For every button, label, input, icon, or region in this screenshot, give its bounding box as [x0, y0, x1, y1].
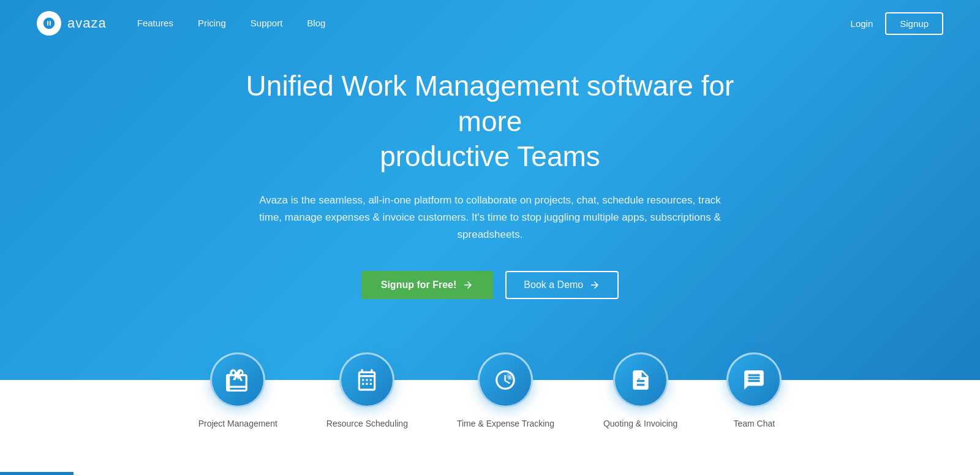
feature-quoting-invoicing[interactable]: $ Quoting & Invoicing: [603, 380, 677, 428]
nav-support[interactable]: Support: [251, 18, 283, 28]
section-run: Run Successful Projects Get more done fa…: [0, 453, 980, 475]
feature-label-project: Project Management: [198, 419, 277, 428]
feature-label-resource: Resource Scheduling: [326, 419, 408, 428]
feature-label-time: Time & Expense Tracking: [457, 419, 554, 428]
features-strip: Project Management Resource Scheduling $…: [0, 380, 980, 453]
feature-label-invoice: Quoting & Invoicing: [603, 419, 677, 428]
features-row: Project Management Resource Scheduling $…: [198, 380, 782, 428]
nav-blog[interactable]: Blog: [307, 18, 325, 28]
feature-team-chat[interactable]: Team Chat: [726, 380, 782, 428]
logo-text: avaza: [67, 15, 107, 31]
feature-label-chat: Team Chat: [733, 419, 775, 428]
login-link[interactable]: Login: [851, 18, 873, 29]
nav-features[interactable]: Features: [137, 18, 173, 28]
feature-icon-invoice: $: [613, 352, 668, 408]
hero-section: Unified Work Management software for mor…: [0, 0, 980, 380]
nav-pricing[interactable]: Pricing: [198, 18, 226, 28]
feature-icon-resource: [339, 352, 394, 408]
signup-free-button[interactable]: Signup for Free!: [361, 271, 494, 299]
feature-project-management[interactable]: Project Management: [198, 380, 277, 428]
feature-icon-project: [210, 352, 265, 408]
feature-resource-scheduling[interactable]: Resource Scheduling: [326, 380, 408, 428]
hero-buttons: Signup for Free! Book a Demo: [361, 271, 619, 299]
book-demo-button[interactable]: Book a Demo: [505, 271, 619, 299]
svg-text:$: $: [508, 374, 511, 380]
feature-icon-time: $: [478, 352, 533, 408]
logo-icon: [37, 11, 61, 36]
hero-heading: Unified Work Management software for mor…: [239, 69, 741, 175]
feature-time-expense[interactable]: $ Time & Expense Tracking: [457, 380, 554, 428]
svg-text:$: $: [638, 378, 640, 382]
hero-subtext: Avaza is the seamless, all-in-one platfo…: [257, 192, 723, 243]
logo[interactable]: avaza: [37, 11, 107, 36]
signup-nav-button[interactable]: Signup: [885, 12, 943, 35]
bottom-accent-bar: [0, 472, 74, 475]
feature-icon-chat: [726, 352, 782, 408]
